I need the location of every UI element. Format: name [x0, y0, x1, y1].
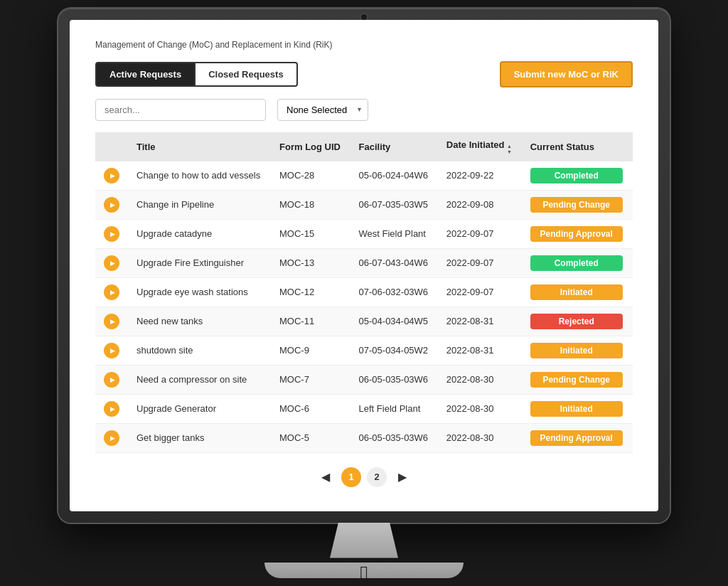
pagination-page-2[interactable]: 2 — [367, 467, 387, 487]
col-header-uid: Form Log UID — [271, 132, 350, 161]
status-badge: Pending Change — [530, 197, 623, 213]
tab-active-requests[interactable]: Active Requests — [95, 62, 196, 87]
monitor-stand-base:  — [264, 563, 464, 578]
row-title: Upgrade Generator — [128, 394, 271, 423]
row-title: Upgrade catadyne — [128, 219, 271, 248]
status-badge: Completed — [530, 255, 623, 271]
search-input[interactable] — [95, 99, 266, 121]
table-row: ▶ Need a compressor on site MOC-7 06-05-… — [95, 365, 633, 394]
status-badge: Rejected — [530, 314, 623, 329]
row-action-cell: ▶ — [95, 190, 128, 219]
row-status: Pending Change — [522, 190, 633, 219]
row-play-button[interactable]: ▶ — [104, 284, 119, 300]
row-title: shutdown site — [128, 336, 271, 365]
row-facility: Left Field Plant — [350, 394, 438, 423]
row-status: Initiated — [522, 277, 633, 307]
pagination-page-1[interactable]: 1 — [341, 467, 361, 487]
row-title: Change to how to add vessels — [128, 161, 271, 191]
monitor-screen: Management of Change (MoC) and Replaceme… — [70, 20, 658, 511]
row-status: Completed — [522, 248, 633, 277]
filter-row: None Selected — [95, 99, 633, 121]
row-uid: MOC-15 — [271, 219, 350, 248]
facility-filter-wrapper: None Selected — [277, 99, 368, 121]
row-action-cell: ▶ — [95, 219, 128, 248]
status-badge: Initiated — [530, 401, 623, 417]
row-date: 2022-09-07 — [438, 219, 522, 248]
row-uid: MOC-13 — [271, 248, 350, 277]
row-title: Need new tanks — [128, 307, 271, 336]
row-facility: 06-07-035-03W5 — [350, 190, 438, 219]
row-action-cell: ▶ — [95, 161, 128, 191]
row-play-button[interactable]: ▶ — [104, 226, 119, 242]
monitor-wrapper: Management of Change (MoC) and Replaceme… — [58, 9, 670, 578]
status-badge: Pending Approval — [530, 430, 623, 446]
row-uid: MOC-12 — [271, 277, 350, 307]
row-facility: 07-06-032-03W6 — [350, 277, 438, 307]
row-status: Initiated — [522, 394, 633, 423]
status-badge: Pending Approval — [530, 226, 623, 242]
row-title: Upgrade Fire Extinguisher — [128, 248, 271, 277]
row-uid: MOC-11 — [271, 307, 350, 336]
row-date: 2022-08-30 — [438, 394, 522, 423]
row-action-cell: ▶ — [95, 336, 128, 365]
row-date: 2022-09-22 — [438, 161, 522, 191]
row-title: Change in Pipeline — [128, 190, 271, 219]
row-date: 2022-09-07 — [438, 277, 522, 307]
table-row: ▶ Need new tanks MOC-11 05-04-034-04W5 2… — [95, 307, 633, 336]
row-uid: MOC-6 — [271, 394, 350, 423]
row-facility: 05-06-024-04W6 — [350, 161, 438, 191]
row-play-button[interactable]: ▶ — [104, 401, 119, 417]
requests-table: Title Form Log UID Facility Date Initiat… — [95, 132, 633, 453]
table-header-row: Title Form Log UID Facility Date Initiat… — [95, 132, 633, 161]
pagination-prev[interactable]: ◀ — [316, 467, 336, 487]
col-header-date: Date Initiated ▲▼ — [438, 132, 522, 161]
status-badge: Pending Change — [530, 372, 623, 388]
row-uid: MOC-18 — [271, 190, 350, 219]
table-row: ▶ Change to how to add vessels MOC-28 05… — [95, 161, 633, 191]
row-status: Initiated — [522, 336, 633, 365]
col-header-status: Current Status — [522, 132, 633, 161]
facility-filter-dropdown[interactable]: None Selected — [277, 99, 368, 121]
row-status: Pending Approval — [522, 219, 633, 248]
row-action-cell: ▶ — [95, 277, 128, 307]
row-title: Need a compressor on site — [128, 365, 271, 394]
apple-logo:  — [264, 563, 464, 585]
row-facility: 06-05-035-03W6 — [350, 423, 438, 452]
row-play-button[interactable]: ▶ — [104, 430, 119, 446]
row-facility: 07-05-034-05W2 — [350, 336, 438, 365]
col-header-title: Title — [128, 132, 271, 161]
table-row: ▶ Upgrade catadyne MOC-15 West Field Pla… — [95, 219, 633, 248]
pagination-next[interactable]: ▶ — [392, 467, 412, 487]
table-row: ▶ shutdown site MOC-9 07-05-034-05W2 202… — [95, 336, 633, 365]
sort-icon: ▲▼ — [507, 144, 512, 154]
submit-moc-rik-button[interactable]: Submit new MoC or RiK — [500, 61, 633, 87]
row-play-button[interactable]: ▶ — [104, 197, 119, 213]
row-play-button[interactable]: ▶ — [104, 372, 119, 388]
monitor-stand-neck — [321, 523, 407, 558]
col-header-facility: Facility — [350, 132, 438, 161]
row-play-button[interactable]: ▶ — [104, 314, 119, 329]
row-date: 2022-08-30 — [438, 423, 522, 452]
row-action-cell: ▶ — [95, 394, 128, 423]
row-play-button[interactable]: ▶ — [104, 343, 119, 358]
tab-closed-requests[interactable]: Closed Requests — [196, 62, 297, 87]
row-action-cell: ▶ — [95, 248, 128, 277]
table-row: ▶ Upgrade eye wash stations MOC-12 07-06… — [95, 277, 633, 307]
monitor-bezel: Management of Change (MoC) and Replaceme… — [58, 9, 670, 523]
toolbar: Active Requests Closed Requests Submit n… — [95, 61, 633, 87]
row-facility: 05-04-034-04W5 — [350, 307, 438, 336]
col-header-action — [95, 132, 128, 161]
row-facility: West Field Plant — [350, 219, 438, 248]
row-play-button[interactable]: ▶ — [104, 168, 119, 183]
table-row: ▶ Upgrade Fire Extinguisher MOC-13 06-07… — [95, 248, 633, 277]
row-facility: 06-05-035-03W6 — [350, 365, 438, 394]
tab-group: Active Requests Closed Requests — [95, 62, 298, 87]
page-title: Management of Change (MoC) and Replaceme… — [95, 40, 633, 50]
table-body: ▶ Change to how to add vessels MOC-28 05… — [95, 161, 633, 453]
row-action-cell: ▶ — [95, 423, 128, 452]
table-row: ▶ Change in Pipeline MOC-18 06-07-035-03… — [95, 190, 633, 219]
table-row: ▶ Upgrade Generator MOC-6 Left Field Pla… — [95, 394, 633, 423]
row-date: 2022-08-30 — [438, 365, 522, 394]
row-action-cell: ▶ — [95, 307, 128, 336]
row-play-button[interactable]: ▶ — [104, 255, 119, 271]
